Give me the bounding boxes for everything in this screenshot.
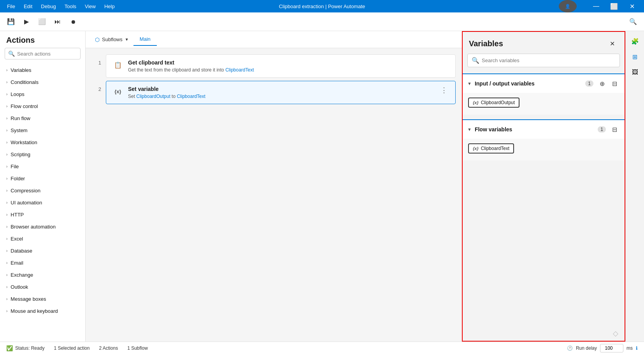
subflows-chevron-icon: ▼: [125, 37, 129, 42]
actions-list-item-browser-automation[interactable]: ›Browser automation: [0, 221, 85, 233]
status-label: Status: Ready: [15, 345, 44, 351]
chevron-icon: ›: [6, 80, 7, 84]
input-output-actions: ⊕ ⊟: [597, 78, 620, 89]
actions-list-item-excel[interactable]: ›Excel: [0, 233, 85, 245]
flow-content: 1 📋 Get clipboard text Get the text from…: [86, 48, 462, 342]
step-var2-2: ClipboardText: [177, 94, 205, 99]
subflows-button[interactable]: ⬡ Subflows ▼: [90, 33, 133, 46]
toolbar: 💾 ▶ ⬜ ⏭ ⏺ 🔍: [0, 12, 644, 31]
step-icon-1: 📋: [112, 59, 123, 70]
actions-search-box[interactable]: 🔍: [5, 48, 81, 59]
close-button[interactable]: ✕: [623, 0, 641, 12]
stop-button[interactable]: ⬜: [36, 16, 48, 28]
filter-flow-vars-button[interactable]: ⊟: [609, 124, 620, 135]
extensions-button[interactable]: 🧩: [628, 34, 642, 48]
chevron-icon: ›: [6, 92, 7, 96]
add-variable-button[interactable]: ⊕: [597, 78, 607, 89]
actions-list-item-folder[interactable]: ›Folder: [0, 173, 85, 185]
variables-header: Variables ✕: [463, 32, 625, 54]
input-output-chevron-icon: ▼: [467, 81, 472, 86]
flow-tabs: ⬡ Subflows ▼ Main: [86, 31, 462, 48]
actions-list-item-ui-automation[interactable]: ›UI automation: [0, 197, 85, 209]
actions-list-item-exchange[interactable]: ›Exchange: [0, 269, 85, 281]
restore-button[interactable]: ⬜: [605, 0, 623, 12]
clipboard-text-var[interactable]: {x} ClipboardText: [468, 143, 514, 153]
menu-file[interactable]: File: [3, 2, 19, 11]
menu-tools[interactable]: Tools: [61, 2, 80, 11]
var-icon-output: {x}: [473, 100, 479, 105]
subflows-icon: ⬡: [95, 37, 100, 43]
actions-title: Actions: [0, 31, 85, 48]
chevron-icon: ›: [6, 213, 7, 217]
actions-list-item-run-flow[interactable]: ›Run flow: [0, 112, 85, 124]
main-content: Actions 🔍 ›Variables›Conditionals›Loops›…: [0, 31, 644, 342]
variables-search-input[interactable]: [482, 58, 616, 63]
input-output-content: {x} ClipboardOutput: [463, 93, 625, 115]
next-button[interactable]: ⏭: [51, 16, 64, 28]
chevron-icon: ›: [6, 104, 7, 108]
flow-vars-chevron-icon: ▼: [467, 127, 472, 132]
actions-list-item-flow-control[interactable]: ›Flow control: [0, 100, 85, 112]
actions-list-item-loops[interactable]: ›Loops: [0, 88, 85, 100]
flow-variables-content: {x} ClipboardText: [463, 139, 625, 160]
step-icon-2: {x}: [112, 86, 123, 97]
record-button[interactable]: ⏺: [67, 16, 79, 28]
actions-list-item-scripting[interactable]: ›Scripting: [0, 148, 85, 160]
layers-button[interactable]: ⊞: [628, 50, 642, 64]
actions-list-item-outlook[interactable]: ›Outlook: [0, 281, 85, 293]
chevron-icon: ›: [6, 297, 7, 301]
diamond-icon: ◇: [613, 329, 618, 338]
variables-panel: Variables ✕ 🔍 ▼ Input / output variables…: [462, 31, 625, 342]
step-number-1: 1: [92, 54, 101, 66]
flow-variables-section-header[interactable]: ▼ Flow variables 1 ⊟: [463, 120, 625, 139]
chevron-icon: ›: [6, 225, 7, 229]
actions-list-item-compression[interactable]: ›Compression: [0, 185, 85, 197]
flow-canvas: ⬡ Subflows ▼ Main 1 📋 Get clipboard text…: [86, 31, 462, 342]
chevron-icon: ›: [6, 68, 7, 72]
info-icon[interactable]: ℹ: [636, 345, 638, 351]
actions-list-item-workstation[interactable]: ›Workstation: [0, 136, 85, 148]
actions-list-item-mouse-and-keyboard[interactable]: ›Mouse and keyboard: [0, 305, 85, 317]
actions-list-item-database[interactable]: ›Database: [0, 245, 85, 257]
menu-debug[interactable]: Debug: [37, 2, 60, 11]
flow-variables-actions: ⊟: [609, 124, 620, 135]
run-delay-input[interactable]: [600, 344, 623, 352]
input-output-section-header[interactable]: ▼ Input / output variables 1 ⊕ ⊟: [463, 74, 625, 93]
step-card-1[interactable]: 📋 Get clipboard text Get the text from t…: [106, 54, 456, 78]
chevron-icon: ›: [6, 188, 7, 193]
variables-close-button[interactable]: ✕: [606, 37, 618, 50]
step-card-2[interactable]: {x} Set variable Set ClipboardOutput to …: [106, 81, 456, 104]
tab-main[interactable]: Main: [133, 33, 157, 46]
flow-variables-title: Flow variables: [475, 126, 595, 133]
selected-actions-count: 1 Selected action: [54, 345, 89, 351]
window-title: Clipboard extraction | Power Automate: [279, 3, 365, 9]
chevron-icon: ›: [6, 201, 7, 205]
actions-list-item-variables[interactable]: ›Variables: [0, 64, 85, 76]
variables-search-icon: 🔍: [472, 57, 479, 64]
menu-edit[interactable]: Edit: [20, 2, 36, 11]
run-delay-label: Run delay: [576, 345, 597, 351]
image-button[interactable]: 🖼: [628, 65, 642, 79]
save-button[interactable]: 💾: [5, 16, 17, 28]
actions-search-input[interactable]: [17, 51, 82, 57]
actions-list-item-http[interactable]: ›HTTP: [0, 209, 85, 221]
minimize-button[interactable]: —: [587, 0, 605, 12]
menu-view[interactable]: View: [81, 2, 100, 11]
status-ready: ✅ Status: Ready: [6, 345, 44, 351]
variables-search-box[interactable]: 🔍: [467, 54, 620, 67]
chevron-icon: ›: [6, 261, 7, 265]
run-button[interactable]: ▶: [20, 16, 33, 28]
user-icon[interactable]: 👤: [548, 0, 587, 12]
filter-input-output-button[interactable]: ⊟: [609, 78, 620, 89]
actions-list-item-email[interactable]: ›Email: [0, 257, 85, 269]
actions-list-item-file[interactable]: ›File: [0, 160, 85, 173]
clipboard-output-var[interactable]: {x} ClipboardOutput: [468, 98, 519, 108]
actions-list-item-system[interactable]: ›System: [0, 124, 85, 136]
flow-step-2: 2 {x} Set variable Set ClipboardOutput t…: [92, 81, 456, 104]
ready-icon: ✅: [6, 345, 13, 351]
actions-list-item-conditionals[interactable]: ›Conditionals: [0, 76, 85, 88]
menu-help[interactable]: Help: [100, 2, 119, 11]
step-more-button[interactable]: ⋮: [439, 86, 449, 94]
actions-list-item-message-boxes[interactable]: ›Message boxes: [0, 293, 85, 305]
toolbar-search-button[interactable]: 🔍: [627, 16, 639, 28]
